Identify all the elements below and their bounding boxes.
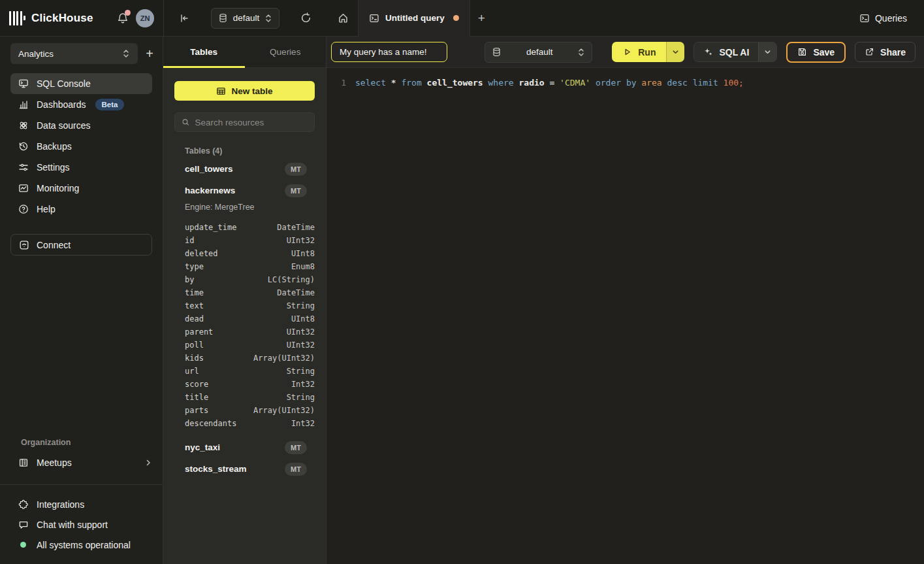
sidebar-item-meetups[interactable]: Meetups [0, 452, 163, 473]
table-row-nyc-taxi[interactable]: nyc_taxi MT [174, 437, 315, 458]
column-name: poll [185, 340, 204, 350]
column-row[interactable]: timeDateTime [174, 286, 315, 299]
search-resources[interactable] [174, 112, 315, 132]
new-table-label: New table [231, 86, 272, 96]
sql-token: from [401, 78, 426, 88]
column-type: LC(String) [268, 275, 315, 284]
column-row[interactable]: pollUInt32 [174, 339, 315, 352]
sidebar-item-label: Settings [37, 162, 70, 173]
sidebar-item-sql-console[interactable]: SQL Console [10, 73, 152, 94]
brand-name: ClickHouse [31, 12, 93, 25]
sidebar-item-chat-support[interactable]: Chat with support [0, 514, 163, 535]
sidebar-item-backups[interactable]: Backups [10, 136, 152, 157]
tab-untitled-query[interactable]: Untitled query [358, 0, 470, 37]
new-tab-button[interactable]: + [478, 11, 485, 25]
tab-tables[interactable]: Tables [163, 37, 245, 67]
sidebar-item-dashboards[interactable]: Dashboards Beta [10, 94, 152, 115]
workspace-selector[interactable]: Analytics [10, 43, 138, 64]
clickhouse-logo-icon [9, 11, 25, 25]
search-input[interactable] [195, 118, 308, 127]
column-row[interactable]: partsArray(UInt32) [174, 404, 315, 417]
sidebar-item-settings[interactable]: Settings [10, 157, 152, 178]
database-icon [218, 13, 228, 23]
query-name-input[interactable] [331, 42, 447, 62]
save-button[interactable]: Save [786, 42, 846, 63]
connect-button[interactable]: Connect [10, 234, 152, 256]
table-row-stocks-stream[interactable]: stocks_stream MT [174, 458, 315, 480]
column-row[interactable]: idUInt32 [174, 234, 315, 247]
query-terminal-icon [369, 13, 379, 24]
sql-ai-button[interactable]: SQL AI [694, 42, 758, 61]
sql-ai-options-button[interactable] [758, 42, 776, 61]
notifications-bell-icon[interactable] [116, 12, 129, 25]
header-database-selector[interactable]: default [211, 8, 280, 29]
query-toolbar: default Run [327, 37, 924, 68]
sidebar-item-data-sources[interactable]: Data sources [10, 115, 152, 136]
sql-token: area [641, 78, 667, 88]
engine-info: Engine: MergeTree [174, 201, 315, 218]
beta-badge: Beta [95, 99, 125, 110]
column-row[interactable]: urlString [174, 365, 315, 378]
sidebar-item-label: Data sources [37, 120, 90, 131]
collapse-sidebar-icon[interactable] [174, 8, 194, 28]
help-icon [18, 204, 29, 214]
home-icon[interactable] [333, 8, 353, 28]
column-name: text [185, 301, 204, 310]
column-row[interactable]: textString [174, 299, 315, 312]
sql-token: 'CDMA' [560, 78, 596, 88]
column-name: by [185, 275, 194, 284]
column-row[interactable]: byLC(String) [174, 273, 315, 286]
column-type: DateTime [277, 288, 315, 297]
selected-database: default [526, 47, 553, 57]
column-row[interactable]: deletedUInt8 [174, 247, 315, 260]
table-row-cell-towers[interactable]: cell_towers MT [174, 158, 315, 180]
share-button[interactable]: Share [855, 42, 916, 62]
column-name: deleted [185, 249, 218, 258]
sidebar-item-integrations[interactable]: Integrations [0, 494, 163, 514]
header-brand-section: ClickHouse ZN [0, 0, 163, 37]
column-row[interactable]: kidsArray(UInt32) [174, 352, 315, 365]
column-row[interactable]: typeEnum8 [174, 260, 315, 273]
sidebar-item-label: Help [37, 204, 56, 214]
brand[interactable]: ClickHouse [9, 11, 93, 25]
column-row[interactable]: parentUInt32 [174, 325, 315, 339]
sql-console-icon [18, 78, 29, 89]
code-line-content[interactable]: select * from cell_towers where radio = … [346, 76, 744, 90]
column-row[interactable]: descendantsInt32 [174, 417, 315, 430]
column-row[interactable]: scoreInt32 [174, 378, 315, 391]
sidebar-item-monitoring[interactable]: Monitoring [10, 178, 152, 199]
column-row[interactable]: deadUInt8 [174, 312, 315, 325]
sql-editor[interactable]: 1 select * from cell_towers where radio … [327, 68, 924, 564]
run-button[interactable]: Run [612, 42, 666, 62]
hackernews-columns: update_timeDateTimeidUInt32deletedUInt8t… [174, 218, 315, 437]
column-type: Enum8 [291, 262, 315, 271]
new-table-button[interactable]: New table [174, 81, 315, 101]
column-row[interactable]: update_timeDateTime [174, 221, 315, 234]
chevron-updown-icon [577, 48, 585, 57]
add-workspace-button[interactable]: + [146, 47, 153, 60]
code-line[interactable]: 1 select * from cell_towers where radio … [327, 76, 924, 90]
table-row-hackernews[interactable]: hackernews MT [174, 180, 315, 201]
dashboards-icon [18, 99, 29, 110]
sidebar-footer: Integrations Chat with support All syste… [0, 484, 163, 564]
avatar[interactable]: ZN [136, 9, 154, 27]
sidebar-item-help[interactable]: Help [10, 199, 152, 220]
system-status[interactable]: All systems operational [0, 535, 163, 555]
table-name: cell_towers [185, 164, 233, 174]
column-type: String [287, 393, 315, 402]
queries-button[interactable]: Queries [853, 9, 914, 27]
workspace-name: Analytics [18, 49, 54, 59]
column-type: String [287, 367, 315, 376]
toolbar-database-selector[interactable]: default [485, 42, 592, 63]
column-row[interactable]: titleString [174, 391, 315, 404]
database-icon [492, 47, 502, 57]
share-label: Share [880, 47, 906, 58]
column-type: UInt8 [291, 249, 315, 258]
sql-token: where [488, 78, 519, 88]
column-name: url [185, 367, 199, 376]
data-sources-icon [18, 120, 29, 131]
tab-queries[interactable]: Queries [245, 37, 327, 67]
refresh-icon[interactable] [296, 8, 316, 28]
run-options-button[interactable] [666, 42, 684, 62]
sidebar-item-label: Dashboards [37, 99, 86, 110]
